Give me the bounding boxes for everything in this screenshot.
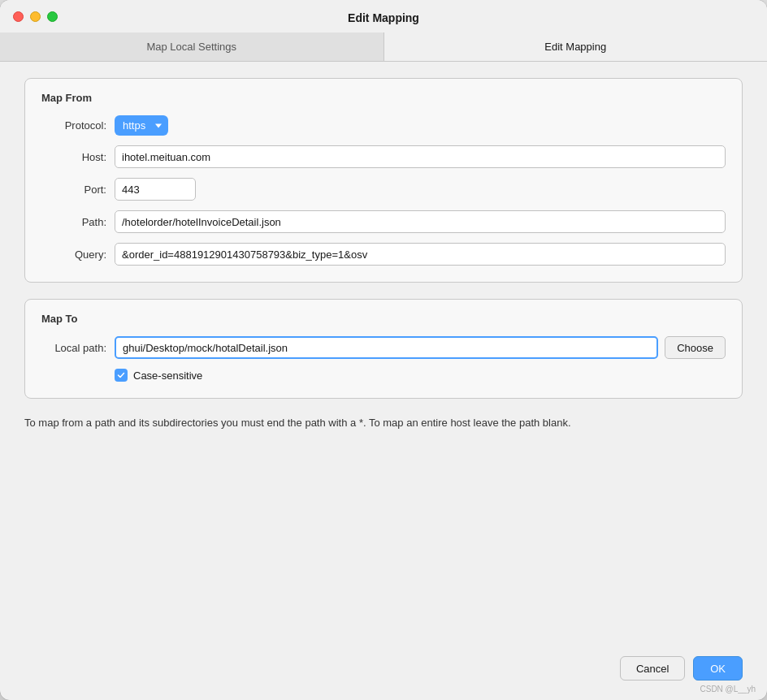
- tab-map-local-settings[interactable]: Map Local Settings: [0, 32, 384, 61]
- port-input[interactable]: [115, 178, 196, 201]
- local-path-row: Local path: Choose: [41, 336, 726, 359]
- query-label: Query:: [41, 248, 106, 261]
- close-button[interactable]: [13, 11, 24, 22]
- local-path-input[interactable]: [115, 336, 658, 359]
- map-from-title: Map From: [41, 92, 726, 104]
- path-input[interactable]: [115, 210, 726, 233]
- protocol-label: Protocol:: [41, 119, 106, 132]
- protocol-row: Protocol: https: [41, 115, 726, 136]
- map-from-section: Map From Protocol: https Host: Port: Pat…: [24, 78, 743, 283]
- choose-button[interactable]: Choose: [665, 336, 726, 359]
- host-input[interactable]: [115, 145, 726, 168]
- host-label: Host:: [41, 151, 106, 163]
- main-content: Map From Protocol: https Host: Port: Pat…: [0, 62, 767, 648]
- query-row: Query:: [41, 243, 726, 266]
- query-input[interactable]: [115, 243, 726, 266]
- ok-button[interactable]: OK: [693, 656, 743, 681]
- tab-bar: Map Local Settings Edit Mapping: [0, 32, 767, 62]
- case-sensitive-checkbox[interactable]: [115, 369, 128, 382]
- window-title: Edit Mapping: [348, 11, 419, 24]
- minimize-button[interactable]: [30, 11, 41, 22]
- maximize-button[interactable]: [47, 11, 58, 22]
- local-path-label: Local path:: [41, 342, 106, 354]
- tab-edit-mapping[interactable]: Edit Mapping: [384, 32, 768, 61]
- traffic-lights: [13, 11, 58, 22]
- edit-mapping-dialog: Edit Mapping Map Local Settings Edit Map…: [0, 0, 767, 700]
- path-label: Path:: [41, 216, 106, 228]
- port-row: Port:: [41, 178, 726, 201]
- cancel-button[interactable]: Cancel: [620, 656, 685, 681]
- help-text: To map from a path and its subdirectorie…: [24, 415, 743, 431]
- case-sensitive-label: Case-sensitive: [133, 369, 202, 382]
- dialog-footer: Cancel OK: [0, 648, 767, 700]
- case-sensitive-row: Case-sensitive: [115, 369, 726, 382]
- port-label: Port:: [41, 184, 106, 196]
- title-bar: Edit Mapping: [0, 0, 767, 32]
- protocol-select[interactable]: https: [115, 115, 168, 136]
- map-to-section: Map To Local path: Choose Case-sensitive: [24, 299, 743, 399]
- map-to-title: Map To: [41, 313, 726, 325]
- watermark: CSDN @L__yh: [700, 685, 756, 694]
- host-row: Host:: [41, 145, 726, 168]
- path-row: Path:: [41, 210, 726, 233]
